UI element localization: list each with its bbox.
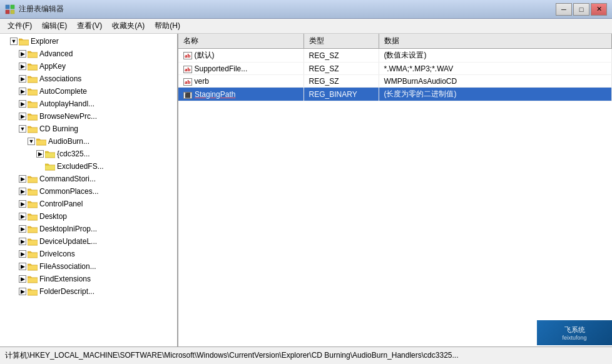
right-panel: 名称 类型 数据 ab(默认) REG_SZ (数值未设置) abSu	[178, 34, 612, 346]
menu-help[interactable]: 帮助(H)	[150, 19, 185, 33]
watermark: 飞系统 feixtufong	[537, 320, 612, 345]
expand-icon-cdc3257[interactable]: ▶	[36, 150, 44, 158]
tree-label-explorer: Explorer	[31, 37, 59, 46]
tree-node-advanced[interactable]: ▶ Advanced	[0, 48, 177, 60]
expand-icon-explorer[interactable]: ▼	[10, 38, 18, 45]
reg-name-default[interactable]: ab(默认)	[178, 49, 303, 63]
tree-label-commonplaces: CommonPlaces...	[39, 187, 99, 196]
folder-icon-appkey	[28, 62, 38, 71]
tree-label-advanced: Advanced	[39, 49, 73, 58]
tree-node-cd-burning[interactable]: ▼ CD Burning	[0, 123, 177, 135]
tree-node-audioburn[interactable]: ▼ AudioBurn...	[0, 135, 177, 148]
tree-label-browsenewprc: BrowseNewPrc...	[39, 112, 97, 121]
tree-node-excludedfs[interactable]: ExcludedFS...	[0, 160, 177, 173]
tree-node-cdc3257[interactable]: ▶ {cdc325...	[0, 148, 177, 160]
svg-rect-3	[11, 10, 14, 14]
expand-icon-associations[interactable]: ▶	[19, 75, 26, 83]
icon-ab-supportedfile: ab	[183, 66, 192, 73]
tree-node-folderdescript[interactable]: ▶ FolderDescript...	[0, 285, 177, 298]
title-bar: 注册表编辑器 ─ □ ✕	[0, 0, 612, 19]
table-row[interactable]: abverb REG_SZ WMPBurnAsAudioCD	[178, 75, 612, 88]
folder-icon-audioburn	[36, 137, 46, 146]
tree-node-findextensions[interactable]: ▶ FindExtensions	[0, 273, 177, 285]
menu-view[interactable]: 查看(V)	[72, 19, 107, 33]
tree-node-autocomplete[interactable]: ▶ AutoComplete	[0, 85, 177, 98]
icon-ab-default: ab	[183, 52, 192, 59]
tree-node-driveicons[interactable]: ▶ DriveIcons	[0, 248, 177, 260]
tree-node-fileassociation[interactable]: ▶ FileAssociation...	[0, 260, 177, 273]
expand-icon-desktopiniprop[interactable]: ▶	[19, 225, 26, 233]
tree-node-appkey[interactable]: ▶ AppKey	[0, 60, 177, 73]
folder-icon-controlpanel	[28, 200, 38, 208]
folder-icon-browsenewprc	[28, 112, 38, 121]
expand-icon-cd-burning[interactable]: ▼	[19, 125, 26, 133]
menu-bar: 文件(F) 编辑(E) 查看(V) 收藏夹(A) 帮助(H)	[0, 19, 612, 34]
restore-button[interactable]: □	[573, 3, 589, 16]
expand-icon-appkey[interactable]: ▶	[19, 63, 26, 70]
tree-node-desktopiniprop[interactable]: ▶ DesktopIniProp...	[0, 223, 177, 235]
tree-label-controlpanel: ControlPanel	[39, 200, 83, 208]
expand-icon-desktop[interactable]: ▶	[19, 213, 26, 220]
table-row[interactable]: abSupportedFile... REG_SZ *.WMA;*.MP3;*.…	[178, 63, 612, 75]
tree-node-autoplayhandl[interactable]: ▶ AutoplayHandl...	[0, 98, 177, 110]
main-content: ▼ Explorer ▶ Advanced ▶	[0, 34, 612, 346]
folder-icon-commandstori	[28, 174, 38, 183]
expand-icon-browsenewprc[interactable]: ▶	[19, 113, 26, 120]
reg-data-verb: WMPBurnAsAudioCD	[379, 75, 612, 88]
folder-icon-driveicons	[28, 250, 38, 258]
menu-favorites[interactable]: 收藏夹(A)	[107, 19, 150, 33]
title-bar-icon	[5, 4, 15, 14]
tree-label-autoplayhandl: AutoplayHandl...	[39, 99, 94, 108]
folder-icon-deviceupdatel	[28, 237, 38, 246]
expand-icon-advanced[interactable]: ▶	[19, 50, 26, 58]
expand-icon-deviceupdatel[interactable]: ▶	[19, 238, 26, 245]
tree-label-audioburn: AudioBurn...	[48, 137, 89, 146]
expand-icon-folderdescript[interactable]: ▶	[19, 288, 26, 295]
expand-icon-controlpanel[interactable]: ▶	[19, 200, 26, 208]
folder-icon-excludedfs	[45, 162, 55, 171]
folder-icon-autoplayhandl	[28, 99, 38, 108]
reg-name-supportedfile[interactable]: abSupportedFile...	[178, 63, 303, 75]
tree-node-desktop[interactable]: ▶ Desktop	[0, 210, 177, 223]
tree-node-explorer[interactable]: ▼ Explorer	[0, 35, 177, 48]
expand-icon-fileassociation[interactable]: ▶	[19, 263, 26, 270]
reg-name-verb[interactable]: abverb	[178, 75, 303, 88]
minimize-button[interactable]: ─	[556, 3, 572, 16]
folder-icon-fileassociation	[28, 262, 38, 271]
svg-rect-1	[11, 5, 14, 9]
expand-icon-autocomplete[interactable]: ▶	[19, 88, 26, 95]
tree-node-associations[interactable]: ▶ Associations	[0, 73, 177, 85]
registry-table: 名称 类型 数据 ab(默认) REG_SZ (数值未设置) abSu	[178, 34, 612, 101]
menu-edit[interactable]: 编辑(E)	[37, 19, 72, 33]
tree-node-commonplaces[interactable]: ▶ CommonPlaces...	[0, 185, 177, 198]
tree-node-controlpanel[interactable]: ▶ ControlPanel	[0, 198, 177, 210]
tree-label-folderdescript: FolderDescript...	[39, 287, 94, 296]
col-header-name: 名称	[178, 34, 303, 49]
expand-icon-driveicons[interactable]: ▶	[19, 250, 26, 258]
watermark-text: 飞系统 feixtufong	[562, 325, 586, 341]
reg-data-default: (数值未设置)	[379, 49, 612, 63]
expand-icon-autoplayhandl[interactable]: ▶	[19, 100, 26, 108]
menu-file[interactable]: 文件(F)	[3, 19, 37, 33]
folder-icon-advanced	[28, 49, 38, 58]
reg-name-stagingpath[interactable]: ⬛StagingPath	[178, 88, 303, 101]
col-header-data: 数据	[379, 34, 612, 49]
table-row[interactable]: ab(默认) REG_SZ (数值未设置)	[178, 49, 612, 63]
tree-node-browsenewprc[interactable]: ▶ BrowseNewPrc...	[0, 110, 177, 123]
tree-label-autocomplete: AutoComplete	[39, 87, 87, 96]
expand-icon-commonplaces[interactable]: ▶	[19, 188, 26, 195]
expand-icon-audioburn[interactable]: ▼	[28, 138, 35, 145]
tree-node-commandstori[interactable]: ▶ CommandStori...	[0, 173, 177, 185]
tree-label-cdc3257: {cdc325...	[57, 149, 90, 158]
reg-data-supportedfile: *.WMA;*.MP3;*.WAV	[379, 63, 612, 75]
expand-icon-commandstori[interactable]: ▶	[19, 175, 26, 183]
expand-icon-findextensions[interactable]: ▶	[19, 275, 26, 283]
tree-panel: ▼ Explorer ▶ Advanced ▶	[0, 34, 178, 346]
table-row-stagingpath[interactable]: ⬛StagingPath REG_BINARY (长度为零的二进制值)	[178, 88, 612, 101]
status-path: 计算机\HKEY_LOCAL_MACHINE\SOFTWARE\Microsof…	[5, 350, 458, 361]
tree-label-desktopiniprop: DesktopIniProp...	[39, 225, 97, 233]
tree-label-driveicons: DriveIcons	[39, 250, 75, 258]
tree-node-deviceupdatel[interactable]: ▶ DeviceUpdateL...	[0, 235, 177, 248]
close-button[interactable]: ✕	[591, 3, 607, 16]
folder-icon-cdc3257	[45, 149, 55, 158]
